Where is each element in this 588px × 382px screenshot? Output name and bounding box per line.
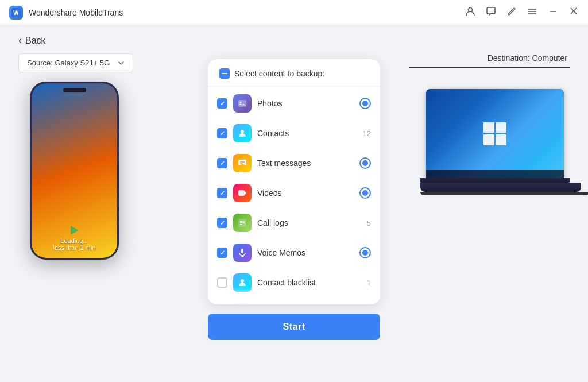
minimize-icon[interactable]: [548, 6, 558, 19]
videos-checkbox[interactable]: [217, 188, 227, 198]
photos-checkbox[interactable]: [217, 98, 227, 109]
center-column: Select content to backup: Ph: [179, 53, 409, 340]
win-square-1: [483, 122, 494, 133]
messages-label: Text messages: [257, 159, 354, 168]
partial-check-icon[interactable]: [219, 68, 230, 79]
contacts-label: Contacts: [257, 129, 357, 138]
account-icon[interactable]: [465, 6, 475, 19]
list-item[interactable]: Text messages: [208, 148, 380, 178]
list-item[interactable]: Voice Memos: [208, 238, 380, 268]
left-column: Source: Galaxy S21+ 5G Loading... less t…: [18, 53, 179, 265]
list-item[interactable]: Calendar 25: [208, 298, 380, 304]
laptop-taskbar: [426, 170, 564, 178]
svg-point-13: [241, 130, 244, 133]
photos-radio[interactable]: [359, 98, 371, 109]
app-logo: W: [9, 6, 23, 20]
messages-checkbox[interactable]: [217, 158, 227, 168]
svg-text:W: W: [13, 10, 19, 16]
voicememos-checkbox[interactable]: [217, 248, 227, 258]
windows-logo: [483, 122, 506, 145]
svg-point-12: [240, 102, 242, 103]
chevron-down-icon: [118, 60, 125, 67]
voicememos-icon: [233, 244, 252, 262]
chat-icon[interactable]: [486, 6, 496, 19]
back-label: Back: [25, 36, 46, 46]
phone-screen: Loading... less than 1 min: [32, 83, 117, 258]
calendar-icon: [233, 303, 252, 304]
messages-icon: [233, 154, 252, 172]
phone-overlay: Loading... less than 1 min: [32, 230, 117, 258]
source-dropdown[interactable]: Source: Galaxy S21+ 5G: [18, 53, 133, 72]
loading-subtext: less than 1 min: [38, 244, 110, 251]
contacts-checkbox[interactable]: [217, 128, 227, 138]
videos-radio-inner: [362, 190, 368, 196]
list-item[interactable]: Contacts 12: [208, 118, 380, 148]
columns-layout: Source: Galaxy S21+ 5G Loading... less t…: [18, 53, 570, 364]
win-square-3: [483, 134, 494, 145]
titlebar: W Wondershare MobileTrans: [0, 0, 588, 25]
edit-icon[interactable]: [506, 6, 517, 19]
videos-icon: [233, 184, 252, 202]
start-button[interactable]: Start: [208, 314, 380, 340]
loading-text: Loading...: [38, 237, 110, 244]
selector-card: Select content to backup: Ph: [208, 59, 380, 304]
phone-device: Loading... less than 1 min: [30, 82, 122, 265]
laptop-base: [420, 183, 581, 192]
videos-radio[interactable]: [359, 187, 371, 199]
blacklist-icon: [233, 273, 252, 292]
photos-radio-inner: [362, 101, 368, 106]
destination-label: Destination: Computer: [409, 53, 570, 68]
selector-header-text: Select content to backup:: [234, 69, 324, 78]
voicememos-radio[interactable]: [359, 247, 371, 258]
svg-rect-17: [238, 190, 245, 196]
photos-icon: [233, 94, 252, 113]
calllogs-icon: [233, 214, 252, 232]
list-item[interactable]: Videos: [208, 178, 380, 208]
blacklist-label: Contact blacklist: [257, 278, 361, 287]
source-label: Source: Galaxy S21+ 5G: [27, 59, 110, 67]
calllogs-label: Call logs: [257, 218, 361, 227]
right-column: Destination: Computer: [409, 53, 570, 195]
messages-radio[interactable]: [359, 157, 371, 169]
main-content: ‹ Back Source: Galaxy S21+ 5G Loading...: [0, 25, 588, 382]
laptop-screen-content: [426, 89, 564, 178]
photos-label: Photos: [257, 99, 354, 108]
list-item[interactable]: Call logs 5: [208, 208, 380, 238]
phone-notch: [63, 88, 86, 92]
svg-point-25: [241, 279, 244, 283]
selector-header: Select content to backup:: [208, 59, 380, 86]
laptop-device: [420, 89, 570, 195]
close-icon[interactable]: [568, 6, 579, 19]
list-item[interactable]: Photos: [208, 88, 380, 118]
messages-radio-inner: [362, 160, 368, 166]
svg-rect-3: [487, 7, 495, 14]
titlebar-left: W Wondershare MobileTrans: [9, 6, 123, 20]
win-square-2: [496, 122, 507, 133]
list-item[interactable]: Contact blacklist 1: [208, 268, 380, 298]
app-title: Wondershare MobileTrans: [29, 8, 123, 17]
blacklist-count: 1: [367, 279, 371, 287]
menu-icon[interactable]: [527, 6, 537, 19]
laptop-hinge: [420, 178, 570, 183]
start-button-container: Start: [208, 314, 380, 340]
contacts-icon: [233, 124, 252, 142]
laptop-screen: [426, 89, 564, 178]
calllogs-checkbox[interactable]: [217, 218, 227, 228]
titlebar-controls: [465, 6, 579, 19]
laptop-bottom-edge: [420, 192, 588, 195]
back-button[interactable]: ‹ Back: [18, 25, 46, 53]
win-square-4: [496, 134, 507, 145]
content-items-list: Photos Cont: [208, 86, 380, 304]
phone-frame: Loading... less than 1 min: [30, 82, 119, 260]
back-arrow-icon: ‹: [18, 34, 22, 47]
phone-side-button: [30, 129, 31, 146]
blacklist-checkbox[interactable]: [217, 277, 227, 288]
contacts-count: 12: [363, 129, 371, 138]
calllogs-count: 5: [367, 219, 371, 227]
voicememos-label: Voice Memos: [257, 248, 354, 257]
videos-label: Videos: [257, 188, 354, 198]
svg-rect-22: [241, 249, 243, 253]
svg-rect-11: [238, 100, 246, 107]
voicememos-radio-inner: [362, 250, 368, 256]
